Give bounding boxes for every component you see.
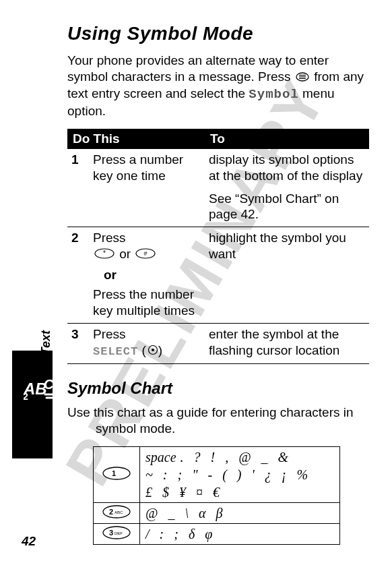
step-to-b: See “Symbol Chart” on page 42. — [209, 191, 365, 223]
table-row: 1 space. ? ! , @ _ & ~ : ; " - ( ) ' ¿ ¡… — [94, 447, 340, 503]
space-word: space — [145, 450, 176, 465]
symbols-cell: @ _ \ α β — [140, 503, 340, 524]
abc-mode-icon: AB C 2 — [24, 374, 61, 404]
star-key-icon: * — [94, 247, 115, 263]
svg-text:DEF: DEF — [115, 531, 123, 535]
step-number: 2 — [67, 227, 89, 324]
press-label: Press — [93, 231, 126, 245]
select-softkey-label: SELECT — [93, 345, 138, 358]
step-to: highlight the symbol you want — [205, 227, 369, 324]
step-do: Press a number key one time — [89, 149, 205, 227]
table-row: 3 DEF / : ; δ φ — [94, 524, 340, 545]
svg-text:#: # — [144, 250, 148, 257]
svg-text:ABC: ABC — [115, 510, 123, 514]
intro-text-1: Your phone provides an alternate way to … — [67, 53, 329, 84]
svg-text:C: C — [44, 377, 54, 392]
close-paren: ) — [158, 343, 162, 357]
or-label-inline: or — [119, 247, 131, 261]
symbols-cell: / : ; δ φ — [140, 524, 340, 545]
sym-line: / : ; δ φ — [145, 527, 216, 541]
press-alt: Press the number key multiple times — [93, 287, 195, 318]
press-label: Press — [93, 327, 126, 341]
table-row: 3 Press SELECT ( ) enter the symbol at t… — [67, 323, 369, 363]
symbol-chart-table: 1 space. ? ! , @ _ & ~ : ; " - ( ) ' ¿ ¡… — [93, 446, 340, 545]
sym-line: £ $ ¥ ¤ € — [145, 485, 223, 500]
symbol-chart-title: Symbol Chart — [67, 379, 369, 398]
key-cell: 3 DEF — [94, 524, 140, 545]
table-row: 2 ABC @ _ \ α β — [94, 503, 340, 524]
sym-line: . ? ! , @ _ & — [181, 450, 292, 465]
hash-key-icon: # — [135, 247, 156, 263]
key-cell: 1 — [94, 447, 140, 503]
step-do: Press * or # or Press the number key mul… — [89, 227, 205, 324]
svg-text:3: 3 — [109, 529, 113, 537]
softkey-dot-icon — [148, 343, 158, 359]
symbols-cell: space. ? ! , @ _ & ~ : ; " - ( ) ' ¿ ¡ %… — [140, 447, 340, 503]
step-number: 3 — [67, 323, 89, 363]
key-3-icon: 3 DEF — [102, 526, 131, 539]
step-to-a: display its symbol options at the bottom… — [209, 152, 365, 184]
col-do-this: Do This — [67, 129, 205, 149]
key-2-icon: 2 ABC — [102, 505, 131, 518]
svg-text:*: * — [103, 249, 106, 257]
open-paren: ( — [142, 343, 146, 357]
or-label: or — [104, 267, 201, 283]
symbol-menu-word: Symbol — [249, 87, 298, 102]
svg-point-13 — [103, 467, 130, 479]
page-title: Using Symbol Mode — [67, 23, 369, 44]
sym-line: @ _ \ α β — [145, 506, 226, 521]
table-row: 2 Press * or # or Press the number key m… — [67, 227, 369, 324]
svg-text:2: 2 — [109, 508, 113, 516]
svg-point-12 — [152, 349, 154, 351]
key-cell: 2 ABC — [94, 503, 140, 524]
table-row: 1 Press a number key one time display it… — [67, 149, 369, 227]
step-do: Press SELECT ( ) — [89, 323, 205, 363]
key-1-icon: 1 — [102, 467, 131, 480]
sym-line: ~ : ; " - ( ) ' ¿ ¡ % — [145, 467, 311, 482]
intro-paragraph: Your phone provides an alternate way to … — [67, 53, 369, 119]
step-number: 1 — [67, 149, 89, 227]
instruction-table: Do This To 1 Press a number key one time… — [67, 129, 369, 363]
step-to: enter the symbol at the flashing cursor … — [205, 323, 369, 363]
svg-text:1: 1 — [112, 469, 116, 477]
col-to: To — [205, 129, 369, 149]
table-header-row: Do This To — [67, 129, 369, 149]
svg-text:2: 2 — [24, 391, 28, 401]
menu-icon — [296, 69, 309, 86]
step-to: display its symbol options at the bottom… — [205, 149, 369, 227]
symbol-chart-intro: Use this chart as a guide for entering c… — [67, 405, 369, 438]
